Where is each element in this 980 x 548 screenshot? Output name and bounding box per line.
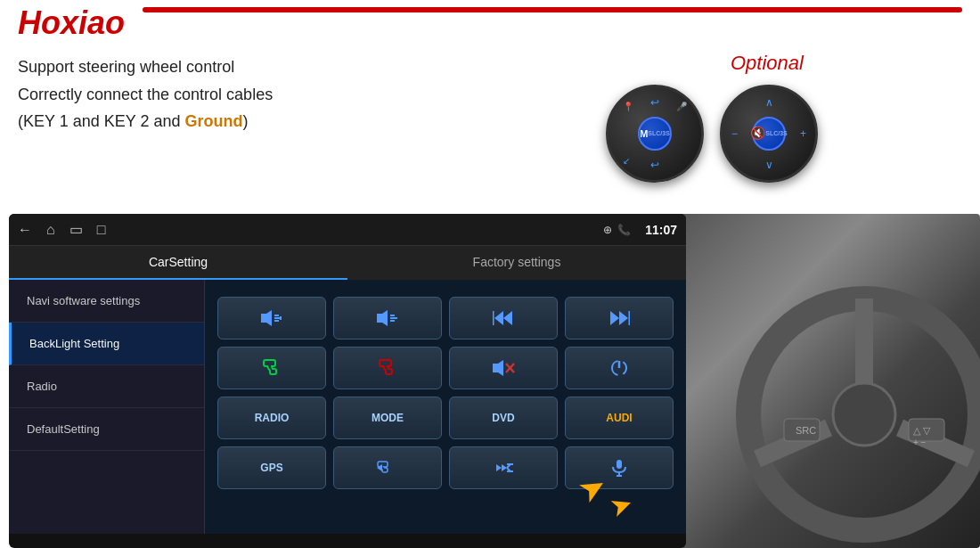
btn-audio[interactable]: AUDI <box>565 397 674 439</box>
svg-text:△ ▽: △ ▽ <box>913 425 931 436</box>
btn-call-end[interactable] <box>333 347 442 389</box>
phone-status-icon: 📞 <box>617 224 631 236</box>
menu-item-radio[interactable]: Radio <box>9 365 204 408</box>
ctrl1-back-icon: ↩ <box>650 96 659 109</box>
settings-tabs: CarSetting Factory settings <box>9 246 686 280</box>
svg-point-5 <box>833 383 895 446</box>
menu-item-backlight[interactable]: BackLight Setting <box>9 323 204 365</box>
btn-gps[interactable]: GPS <box>217 446 326 489</box>
svg-marker-11 <box>261 310 272 326</box>
btn-vol-up[interactable] <box>217 297 326 339</box>
android-nav-bar: ← ⌂ ▭ □ ⊕ 📞 11:07 <box>9 214 686 246</box>
gps-status-icon: ⊕ <box>603 224 612 236</box>
svg-marker-16 <box>377 310 388 326</box>
btn-prev-track[interactable] <box>449 297 558 339</box>
btn-prev-call[interactable] <box>333 446 442 489</box>
svg-marker-24 <box>619 311 628 325</box>
menu-item-navi[interactable]: Navi software settings <box>9 280 204 323</box>
btn-call-answer[interactable] <box>217 347 326 389</box>
svg-text:SRC: SRC <box>796 425 816 436</box>
ctrl2-center-btn: 🔇 SLC/3S <box>752 117 786 151</box>
feature-line-2: Correctly connect the control cables <box>18 81 392 109</box>
ctrl1-map-icon: 📍 <box>623 102 633 111</box>
ctrl2-plus-icon: + <box>800 127 806 140</box>
steering-controllers: ↩ 📍 🎤 M SLC/3S ↙ ↩ ∧ − 🔇 SLC/3S + ∨ <box>606 85 818 183</box>
svg-text:+ −: + − <box>913 438 927 447</box>
settings-menu: Navi software settings BackLight Setting… <box>9 280 205 534</box>
optional-label: Optional <box>731 52 804 75</box>
btn-power[interactable] <box>565 347 674 389</box>
btn-radio[interactable]: RADIO <box>217 397 326 439</box>
feature-line-3: (KEY 1 and KEY 2 and Ground) <box>18 108 392 135</box>
control-button-grid: RADIO MODE DVD AUDI GPS <box>217 297 674 489</box>
yellow-arrow-2: ➤ <box>606 487 637 523</box>
ctrl1-mic-icon: 🎤 <box>676 102 687 111</box>
btn-vol-down[interactable] <box>333 297 442 339</box>
window-nav-icon[interactable]: □ <box>97 222 106 238</box>
ctrl2-minus-icon: − <box>731 127 738 140</box>
svg-marker-26 <box>493 360 503 376</box>
tab-car-setting[interactable]: CarSetting <box>9 246 347 280</box>
brand-logo: Hoxiao <box>18 4 125 42</box>
svg-marker-23 <box>610 311 619 325</box>
svg-marker-20 <box>503 311 512 325</box>
top-bar <box>143 7 962 12</box>
svg-marker-32 <box>496 464 502 471</box>
svg-marker-21 <box>494 311 503 325</box>
tab-factory-settings[interactable]: Factory settings <box>347 246 686 280</box>
btn-mode[interactable]: MODE <box>333 397 442 439</box>
btn-next-track[interactable] <box>565 297 674 339</box>
svg-marker-33 <box>502 464 507 471</box>
status-time: 11:07 <box>645 223 677 237</box>
steering-wheel-area: SRC △ ▽ + − <box>677 214 980 548</box>
btn-dvd[interactable]: DVD <box>449 397 558 439</box>
status-icons: ⊕ 📞 <box>603 224 631 236</box>
ctrl1-down-icon: ↙ <box>623 156 630 166</box>
steering-wheel-svg: SRC △ ▽ + − <box>731 281 980 548</box>
car-head-unit-screen: ← ⌂ ▭ □ ⊕ 📞 11:07 CarSetting Factory set… <box>9 214 686 548</box>
controller-2: ∧ − 🔇 SLC/3S + ∨ <box>720 85 818 183</box>
controller-1: ↩ 📍 🎤 M SLC/3S ↙ ↩ <box>606 85 704 183</box>
btn-mute[interactable] <box>449 347 558 389</box>
feature-line-1: Support steering wheel control <box>18 53 392 81</box>
menu-item-default[interactable]: DefaultSetting <box>9 408 204 451</box>
settings-buttons-area: RADIO MODE DVD AUDI GPS ➤ ➤ <box>205 280 686 534</box>
ctrl1-center-btn: M SLC/3S <box>638 117 672 151</box>
ctrl2-down-icon: ∨ <box>765 159 773 171</box>
feature-description: Support steering wheel control Correctly… <box>18 53 392 135</box>
btn-next-mix[interactable] <box>449 446 558 489</box>
ctrl1-bottom-icon: ↩ <box>650 159 659 171</box>
svg-rect-38 <box>617 460 622 469</box>
ctrl2-up-icon: ∧ <box>765 96 773 109</box>
home-nav-icon[interactable]: ⌂ <box>46 222 55 238</box>
settings-content: Navi software settings BackLight Setting… <box>9 280 686 534</box>
back-nav-icon[interactable]: ← <box>18 222 32 238</box>
recents-nav-icon[interactable]: ▭ <box>69 221 83 238</box>
